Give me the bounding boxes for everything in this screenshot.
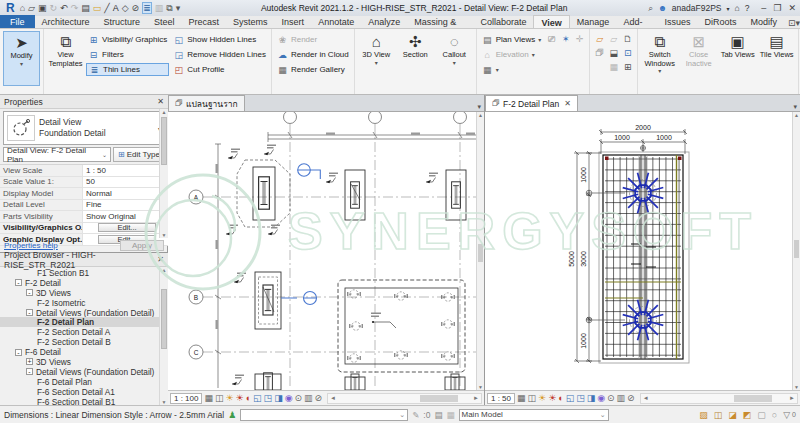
sync-icon[interactable]: ↻ — [50, 3, 58, 13]
constraints-icon[interactable]: ⊘ — [315, 393, 323, 404]
restore-button[interactable]: ❐ — [773, 3, 781, 13]
crop-region-icon[interactable]: ◳ — [576, 393, 585, 404]
signed-in-user[interactable]: anadaF92PS — [672, 3, 722, 13]
select-pinned-icon[interactable]: ◩ — [743, 410, 752, 420]
guide-grid-icon[interactable]: ▥ — [304, 393, 313, 404]
tile-views-button[interactable]: ▤ Tile Views — [758, 31, 795, 86]
legends-button[interactable]: ▦▾ — [480, 63, 543, 76]
design-option-combo[interactable]: Main Model⌄ — [459, 409, 609, 421]
cut-profile-button[interactable]: ◰ Cut Profile — [171, 63, 268, 76]
save-icon[interactable]: ▣ — [38, 3, 47, 13]
open-icon[interactable]: ▱ — [28, 3, 35, 13]
constraints-icon[interactable]: ⊘ — [627, 393, 635, 404]
reveal-hidden-icon[interactable]: ◉ — [285, 393, 293, 404]
detail-canvas[interactable]: 2000 1000 1000 5000 1000 3000 1000 — [485, 112, 800, 390]
property-value[interactable]: Edit... — [82, 223, 168, 234]
title-block-icon[interactable]: ▱ — [607, 33, 620, 46]
collapse-icon[interactable]: - — [26, 309, 33, 316]
modify-button[interactable]: ➤ Modify▾ — [3, 31, 40, 86]
guide-grid-icon[interactable]: 🗇 — [593, 47, 606, 60]
tree-item-f-2-detail[interactable]: -F-2 Detail — [0, 278, 168, 288]
default-3d-icon[interactable]: ◇ — [122, 3, 129, 13]
plan-canvas[interactable]: A B C — [168, 112, 484, 390]
worksets-icon[interactable]: ◫ — [714, 410, 723, 420]
thin-lines-button[interactable]: ≣ Thin Lines — [86, 63, 169, 76]
filters-button[interactable]: ⊟ Filters — [86, 48, 169, 61]
sun-path-icon[interactable]: ☀ — [226, 393, 234, 404]
scale-lock-icon[interactable]: ▦ — [517, 393, 526, 404]
3d-view-button[interactable]: ⌂ 3D View▾ — [358, 31, 395, 86]
tab-issues[interactable]: Issues — [657, 15, 697, 28]
plan-vscrollbar[interactable]: ▲▼ — [476, 112, 484, 390]
tab-massing-site[interactable]: Massing & Site — [407, 15, 473, 28]
tree-item-detail-views-foundation-detail-[interactable]: -Detail Views (Foundation Detail) — [0, 367, 168, 377]
tab-view[interactable]: View — [533, 15, 569, 28]
edit-button[interactable]: Edit... — [98, 223, 156, 232]
detail-hscrollbar[interactable]: ◄► — [640, 393, 798, 404]
property-value[interactable]: Fine — [82, 200, 168, 211]
tree-item-f-2-detail-plan[interactable]: F-2 Detail Plan — [0, 317, 168, 327]
design-options-icon[interactable]: ▤ — [434, 410, 442, 420]
select-underlay-icon[interactable]: ▢ — [757, 410, 766, 420]
plan-scale[interactable]: 1 : 100 — [170, 393, 202, 404]
dimension-icon[interactable]: ╱ — [104, 3, 109, 13]
view-selector-combo[interactable]: Detail View: F-2 Detail Plan ⌄ — [3, 147, 111, 162]
tab-architecture[interactable]: Architecture — [35, 15, 97, 28]
property-value[interactable]: Show Original — [82, 211, 168, 222]
collapse-icon[interactable]: - — [15, 349, 22, 356]
expand-icon[interactable]: + — [26, 358, 33, 365]
grid-sheet-icon[interactable]: ▦ — [607, 61, 620, 74]
reveal-hidden-icon[interactable]: ◉ — [597, 393, 605, 404]
property-value[interactable]: Normal — [82, 188, 168, 199]
thin-lines-icon[interactable]: ≣ — [142, 2, 152, 14]
editing-requests-icon[interactable]: ▨ — [699, 410, 708, 420]
worksharing-display-icon[interactable]: ⊙ — [607, 393, 615, 404]
temporary-hide-icon[interactable]: ◨ — [587, 393, 596, 404]
switch-windows-button[interactable]: ⧉ Switch Windows▾ — [641, 31, 678, 86]
tab-structure[interactable]: Structure — [97, 15, 148, 28]
tab-analyze[interactable]: Analyze — [361, 15, 407, 28]
text-icon[interactable]: A — [113, 3, 119, 13]
revisions-icon[interactable]: 🗋 — [621, 33, 634, 46]
type-selector[interactable]: Detail View Foundation Detail ▾ — [3, 111, 165, 145]
tree-item-f-2-section-detail-b[interactable]: F-2 Section Detail B — [0, 337, 168, 347]
visual-style-icon[interactable]: ◫ — [215, 393, 224, 404]
tree-item-3d-views[interactable]: -3D Views — [0, 288, 168, 298]
active-workset-combo[interactable]: ⌄ — [240, 409, 408, 421]
editable-only-icon[interactable]: ✎ — [412, 410, 419, 420]
switch-windows-icon[interactable]: ⧉ — [166, 3, 172, 13]
tab-manage[interactable]: Manage — [570, 15, 617, 28]
sun-off-icon[interactable]: ☀ — [548, 393, 556, 404]
tab-views-button[interactable]: ▣ Tab Views — [719, 31, 756, 86]
worksets-status-icon[interactable]: ♟ — [228, 410, 236, 420]
section-button[interactable]: ✣ Section — [397, 31, 434, 86]
show-hidden-lines-button[interactable]: ◱ Show Hidden Lines — [171, 33, 268, 46]
edit-type-button[interactable]: ⊞ Edit Type — [113, 147, 165, 162]
crop-view-icon[interactable]: ◱ — [566, 393, 575, 404]
tree-item-f-2-isometric[interactable]: F-2 Isometric — [0, 298, 168, 308]
tab-modify[interactable]: Modify — [743, 15, 784, 28]
tab-precast[interactable]: Precast — [182, 15, 227, 28]
project-browser-close-icon[interactable]: ✕ — [157, 255, 164, 264]
home-icon[interactable]: ⌂ — [20, 3, 25, 13]
detail-vscrollbar[interactable]: ▲▼ — [792, 112, 800, 390]
tab-detail-view[interactable]: 🗇 F-2 Detail Plan ✕ — [485, 95, 578, 111]
scale-lock-icon[interactable]: ▦ — [204, 393, 213, 404]
plan-views-button[interactable]: ▤ Plan Views▾ — [480, 33, 543, 46]
exclude-options-icon[interactable]: ▦ — [446, 410, 454, 420]
app-store-icon[interactable]: ⌂ — [734, 3, 739, 13]
viewport-icon[interactable]: ⊡ — [621, 47, 634, 60]
tab-close-icon[interactable]: ✕ — [564, 99, 571, 108]
duplicate-view-icon[interactable]: ✶ — [559, 33, 572, 46]
chevron-down-icon[interactable]: ▾ — [726, 5, 729, 12]
search-icon[interactable]: ⌕ — [648, 3, 653, 14]
print-sheet-icon[interactable]: ⎚ — [545, 33, 558, 46]
tab-annotate[interactable]: Annotate — [311, 15, 361, 28]
plan-hscrollbar[interactable]: ◄► — [327, 393, 482, 404]
view-templates-button[interactable]: ⧉ View Templates — [47, 31, 84, 86]
user-avatar-icon[interactable]: ☻ — [658, 3, 667, 13]
shadows-icon[interactable]: ◐ — [246, 393, 251, 404]
filter-icon[interactable]: ▽ — [783, 410, 790, 420]
tab-plan-view[interactable]: 🗇 แปลนฐานราก — [168, 95, 245, 111]
print-icon[interactable]: ▤ — [81, 3, 90, 13]
